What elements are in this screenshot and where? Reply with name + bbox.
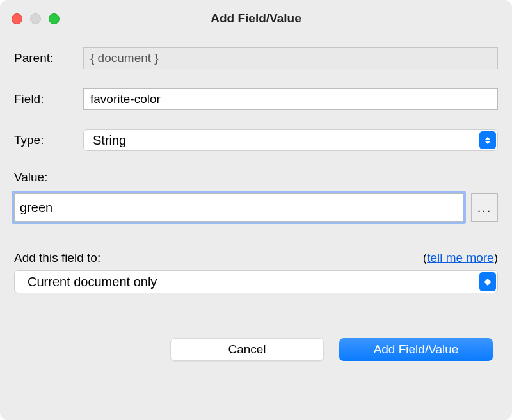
add-field-value-button[interactable]: Add Field/Value	[339, 338, 493, 361]
type-select-value: String	[93, 133, 126, 148]
value-input[interactable]	[14, 193, 463, 222]
parent-label: Parent:	[14, 51, 83, 65]
close-window-button[interactable]	[12, 13, 22, 24]
add-to-label: Add this field to:	[14, 251, 100, 265]
cancel-button[interactable]: Cancel	[170, 338, 324, 361]
value-input-wrap	[14, 193, 463, 222]
add-to-header-row: Add this field to: (tell me more)	[14, 251, 498, 265]
hint-close: )	[494, 251, 498, 264]
type-select[interactable]: String	[83, 129, 498, 151]
parent-field-wrap	[83, 47, 498, 69]
add-to-select-value: Current document only	[28, 275, 157, 289]
value-label-row: Value:	[14, 170, 498, 184]
parent-row: Parent:	[14, 47, 498, 69]
parent-input	[83, 47, 498, 69]
chevron-up-down-icon	[479, 272, 496, 291]
tell-me-more-link[interactable]: tell me more	[427, 251, 494, 264]
value-row: ...	[14, 193, 498, 222]
dialog-window: Add Field/Value Parent: Field: Type: Str…	[0, 0, 512, 420]
cancel-button-label: Cancel	[228, 343, 266, 357]
ellipsis-icon: ...	[477, 200, 492, 215]
titlebar: Add Field/Value	[0, 0, 512, 37]
minimize-window-button[interactable]	[30, 13, 41, 24]
field-name-input[interactable]	[83, 88, 498, 110]
value-browse-button[interactable]: ...	[471, 193, 498, 222]
window-title: Add Field/Value	[0, 12, 512, 26]
type-row: Type: String	[14, 129, 498, 151]
field-input-wrap	[83, 88, 498, 110]
add-to-select[interactable]: Current document only	[14, 270, 498, 293]
window-controls	[12, 13, 60, 24]
maximize-window-button[interactable]	[49, 13, 60, 24]
dialog-content: Parent: Field: Type: String Value:	[0, 37, 512, 420]
chevron-up-down-icon	[479, 131, 496, 149]
hint-wrap: (tell me more)	[423, 251, 498, 265]
type-label: Type:	[14, 133, 83, 147]
field-row: Field:	[14, 88, 498, 110]
dialog-buttons: Cancel Add Field/Value	[14, 338, 498, 361]
value-label: Value:	[14, 170, 498, 184]
field-label: Field:	[14, 92, 83, 106]
add-field-value-button-label: Add Field/Value	[374, 343, 459, 357]
